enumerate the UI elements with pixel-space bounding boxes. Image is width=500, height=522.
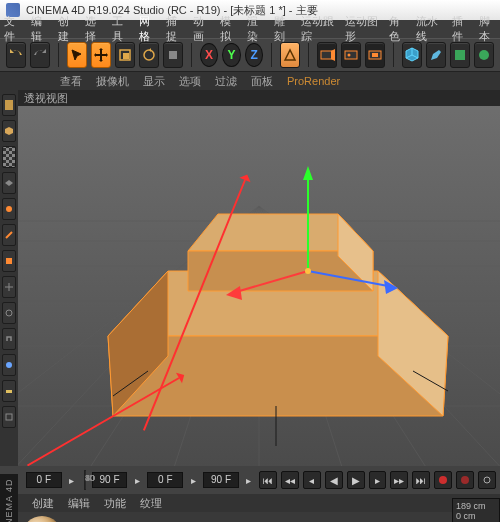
- point-mode-button[interactable]: [2, 198, 16, 220]
- svg-marker-5: [331, 49, 335, 61]
- svg-point-16: [6, 362, 12, 368]
- menu-character[interactable]: 角色: [389, 14, 406, 44]
- locked-workplane-button[interactable]: [2, 406, 16, 428]
- axis-x-toggle[interactable]: X: [200, 43, 219, 67]
- enable-quantize-button[interactable]: [2, 380, 16, 402]
- svg-rect-17: [6, 390, 12, 393]
- menu-simulate[interactable]: 模拟: [220, 14, 237, 44]
- menu-file[interactable]: 文件: [4, 14, 21, 44]
- goto-start-button[interactable]: ⏮: [259, 471, 277, 489]
- view-menu-panel[interactable]: 面板: [251, 74, 273, 89]
- recent-tool-button[interactable]: [163, 42, 183, 68]
- svg-rect-11: [5, 100, 13, 110]
- menu-tools[interactable]: 工具: [112, 14, 129, 44]
- perspective-viewport[interactable]: 透视视图: [18, 90, 500, 466]
- render-picture-button[interactable]: [341, 42, 361, 68]
- render-view-button[interactable]: [317, 42, 337, 68]
- model-mode-button[interactable]: [2, 94, 16, 116]
- matmenu-function[interactable]: 功能: [104, 496, 126, 511]
- add-generator-button[interactable]: [474, 42, 494, 68]
- menu-edit[interactable]: 编辑: [31, 14, 48, 44]
- menu-sculpt[interactable]: 雕刻: [274, 14, 291, 44]
- add-pen-button[interactable]: [426, 42, 446, 68]
- prev-frame-button[interactable]: ◂: [303, 471, 321, 489]
- sidebar-app-label: CINEMA 4D: [0, 474, 18, 522]
- timeline-start-field[interactable]: 0 F: [26, 472, 62, 488]
- material-manager[interactable]: CINEMA 4D 材质 189 cm 0 cm 溜溜自学 ZIXUE.3D66…: [0, 512, 500, 522]
- timeline-end-field[interactable]: 90 F: [92, 472, 128, 488]
- matmenu-create[interactable]: 创建: [32, 496, 54, 511]
- polygon-mode-button[interactable]: [2, 250, 16, 272]
- menu-render[interactable]: 渲染: [247, 14, 264, 44]
- svg-point-51: [484, 477, 490, 483]
- enable-snap-button[interactable]: [2, 328, 16, 350]
- matmenu-edit[interactable]: 编辑: [68, 496, 90, 511]
- svg-point-2: [144, 50, 154, 60]
- field-stepper[interactable]: ▸: [131, 474, 143, 486]
- menu-select[interactable]: 选择: [85, 14, 102, 44]
- move-tool[interactable]: [91, 42, 111, 68]
- goto-end-button[interactable]: ⏭: [412, 471, 430, 489]
- play-backward-button[interactable]: ◀: [325, 471, 343, 489]
- undo-button[interactable]: [6, 42, 26, 68]
- soft-select-button[interactable]: [2, 354, 16, 376]
- keyframe-options-button[interactable]: [478, 471, 496, 489]
- redo-button[interactable]: [30, 42, 50, 68]
- view-menu-display[interactable]: 显示: [143, 74, 165, 89]
- menu-plugins[interactable]: 插件: [452, 14, 469, 44]
- material-preview-ball[interactable]: [22, 516, 62, 522]
- menu-script[interactable]: 脚本: [479, 14, 496, 44]
- object-mode-button[interactable]: [2, 120, 16, 142]
- view-menu-filter[interactable]: 过滤: [215, 74, 237, 89]
- prev-key-button[interactable]: ◂◂: [281, 471, 299, 489]
- field-stepper[interactable]: ▸: [187, 474, 199, 486]
- rotate-tool[interactable]: [139, 42, 159, 68]
- viewport-grid: [18, 106, 500, 466]
- menu-animate[interactable]: 动画: [193, 14, 210, 44]
- svg-rect-3: [169, 51, 177, 59]
- render-settings-button[interactable]: [365, 42, 385, 68]
- record-button[interactable]: [434, 471, 452, 489]
- add-cube-button[interactable]: [402, 42, 422, 68]
- workplane-button[interactable]: [2, 172, 16, 194]
- svg-rect-6: [345, 51, 357, 59]
- view-menu-cameras[interactable]: 摄像机: [96, 74, 129, 89]
- autokey-button[interactable]: [456, 471, 474, 489]
- axis-z-toggle[interactable]: Z: [245, 43, 264, 67]
- svg-rect-1: [123, 53, 129, 59]
- field-stepper[interactable]: ▸: [66, 474, 78, 486]
- scale-tool[interactable]: [115, 42, 135, 68]
- menu-pipeline[interactable]: 流水线: [416, 14, 442, 44]
- svg-rect-14: [6, 258, 12, 264]
- svg-point-12: [6, 206, 12, 212]
- separator: [58, 43, 59, 67]
- svg-point-10: [479, 50, 489, 60]
- next-frame-button[interactable]: ▸: [369, 471, 387, 489]
- svg-point-7: [348, 54, 351, 57]
- axis-mode-button[interactable]: [2, 276, 16, 298]
- texture-mode-button[interactable]: [2, 146, 16, 168]
- menu-mograph[interactable]: 运动图形: [345, 14, 379, 44]
- menu-snap[interactable]: 捕捉: [166, 14, 183, 44]
- view-menu-options[interactable]: 选项: [179, 74, 201, 89]
- select-tool[interactable]: [67, 42, 87, 68]
- timeline-ruler[interactable]: 0 10 20 30 40 50 60 70 80: [84, 470, 86, 490]
- view-menu-view[interactable]: 查看: [60, 74, 82, 89]
- axis-y-toggle[interactable]: Y: [222, 43, 241, 67]
- play-forward-button[interactable]: ▶: [347, 471, 365, 489]
- tweak-mode-button[interactable]: [2, 302, 16, 324]
- field-stepper[interactable]: ▸: [243, 474, 255, 486]
- add-nurbs-button[interactable]: [450, 42, 470, 68]
- next-key-button[interactable]: ▸▸: [390, 471, 408, 489]
- current-frame-field[interactable]: 0 F: [147, 472, 183, 488]
- edge-mode-button[interactable]: [2, 224, 16, 246]
- view-menu-prorender[interactable]: ProRender: [287, 75, 340, 87]
- coordinate-popup: 189 cm 0 cm: [452, 498, 500, 522]
- menu-motion-track[interactable]: 运动跟踪: [301, 14, 335, 44]
- separator: [393, 43, 394, 67]
- matmenu-texture[interactable]: 纹理: [140, 496, 162, 511]
- menu-mesh[interactable]: 网格: [139, 14, 156, 44]
- menu-create[interactable]: 创建: [58, 14, 75, 44]
- coord-system-button[interactable]: [280, 42, 300, 68]
- range-end-field[interactable]: 90 F: [203, 472, 239, 488]
